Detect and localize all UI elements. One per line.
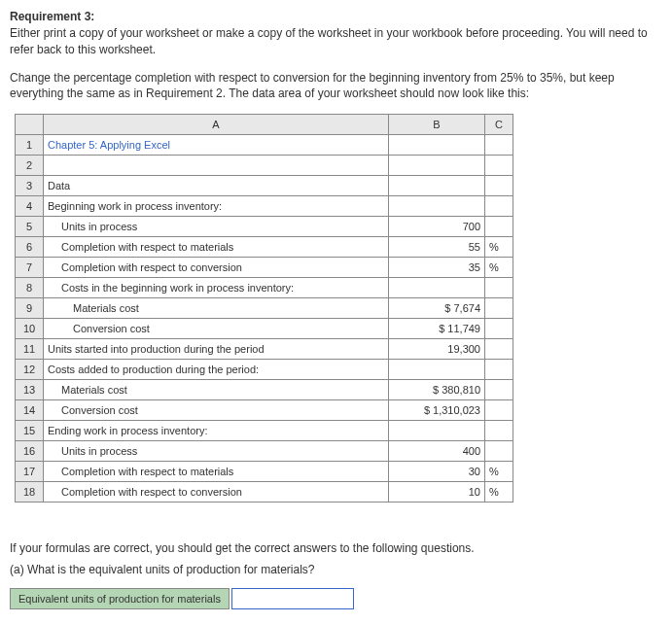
cell-c [485, 360, 513, 380]
requirement-p2: Change the percentage completion with re… [10, 70, 662, 103]
cell-b: $ 7,674 [389, 298, 485, 319]
cell-c [485, 319, 513, 339]
cell-b [389, 278, 485, 298]
cell-a: Units started into production during the… [44, 339, 389, 360]
cell-c: % [485, 482, 513, 503]
cell-a: Units in process [44, 217, 389, 237]
row-number: 17 [16, 462, 44, 482]
row-number: 4 [16, 196, 44, 217]
equivalent-units-input[interactable] [231, 588, 354, 609]
footer-line2: (a) What is the equivalent units of prod… [10, 563, 662, 576]
corner-cell [16, 115, 44, 135]
cell-a: Completion with respect to materials [44, 462, 389, 482]
cell-c [485, 421, 513, 441]
row-number: 11 [16, 339, 44, 360]
cell-c [485, 380, 513, 400]
cell-b [389, 360, 485, 380]
cell-a [44, 156, 389, 176]
requirement-title: Requirement 3: [10, 10, 662, 23]
cell-a: Conversion cost [44, 319, 389, 339]
cell-b [389, 421, 485, 441]
row-number: 7 [16, 258, 44, 278]
cell-a: Materials cost [44, 298, 389, 319]
cell-a: Ending work in process inventory: [44, 421, 389, 441]
col-header-c: C [485, 115, 513, 135]
row-number: 6 [16, 237, 44, 258]
cell-a: Completion with respect to conversion [44, 258, 389, 278]
cell-b: 19,300 [389, 339, 485, 360]
cell-b: 10 [389, 482, 485, 503]
col-header-a: A [44, 115, 389, 135]
row-number: 10 [16, 319, 44, 339]
footer-line1: If your formulas are correct, you should… [10, 541, 662, 555]
cell-b: $ 380,810 [389, 380, 485, 400]
cell-b: $ 1,310,023 [389, 400, 485, 421]
input-label: Equivalent units of production for mater… [10, 588, 230, 609]
row-number: 9 [16, 298, 44, 319]
cell-c [485, 339, 513, 360]
cell-a: Costs in the beginning work in process i… [44, 278, 389, 298]
cell-a: Units in process [44, 441, 389, 462]
row-number: 2 [16, 156, 44, 176]
cell-b [389, 156, 485, 176]
row-number: 12 [16, 360, 44, 380]
row-number: 14 [16, 400, 44, 421]
data-table: A B C 1Chapter 5: Applying Excel23Data4B… [15, 114, 513, 503]
cell-c [485, 135, 513, 156]
cell-c: % [485, 462, 513, 482]
row-number: 3 [16, 176, 44, 196]
cell-a: Costs added to production during the per… [44, 360, 389, 380]
cell-c [485, 196, 513, 217]
cell-a: Materials cost [44, 380, 389, 400]
cell-b: 30 [389, 462, 485, 482]
cell-c: % [485, 237, 513, 258]
cell-b: $ 11,749 [389, 319, 485, 339]
row-number: 16 [16, 441, 44, 462]
cell-b: 700 [389, 217, 485, 237]
col-header-b: B [389, 115, 485, 135]
cell-c [485, 298, 513, 319]
cell-a: Beginning work in process inventory: [44, 196, 389, 217]
cell-a: Conversion cost [44, 400, 389, 421]
cell-a: Completion with respect to materials [44, 237, 389, 258]
row-number: 15 [16, 421, 44, 441]
cell-c [485, 156, 513, 176]
row-number: 8 [16, 278, 44, 298]
cell-b: 400 [389, 441, 485, 462]
row-number: 18 [16, 482, 44, 503]
requirement-p1: Either print a copy of your worksheet or… [10, 25, 662, 58]
cell-a: Chapter 5: Applying Excel [44, 135, 389, 156]
cell-b [389, 135, 485, 156]
cell-c [485, 176, 513, 196]
input-row: Equivalent units of production for mater… [10, 588, 662, 609]
cell-b [389, 196, 485, 217]
cell-b: 35 [389, 258, 485, 278]
cell-c [485, 217, 513, 237]
cell-c: % [485, 258, 513, 278]
row-number: 5 [16, 217, 44, 237]
cell-b [389, 176, 485, 196]
cell-b: 55 [389, 237, 485, 258]
cell-c [485, 278, 513, 298]
cell-c [485, 441, 513, 462]
row-number: 1 [16, 135, 44, 156]
row-number: 13 [16, 380, 44, 400]
cell-c [485, 400, 513, 421]
cell-a: Data [44, 176, 389, 196]
cell-a: Completion with respect to conversion [44, 482, 389, 503]
